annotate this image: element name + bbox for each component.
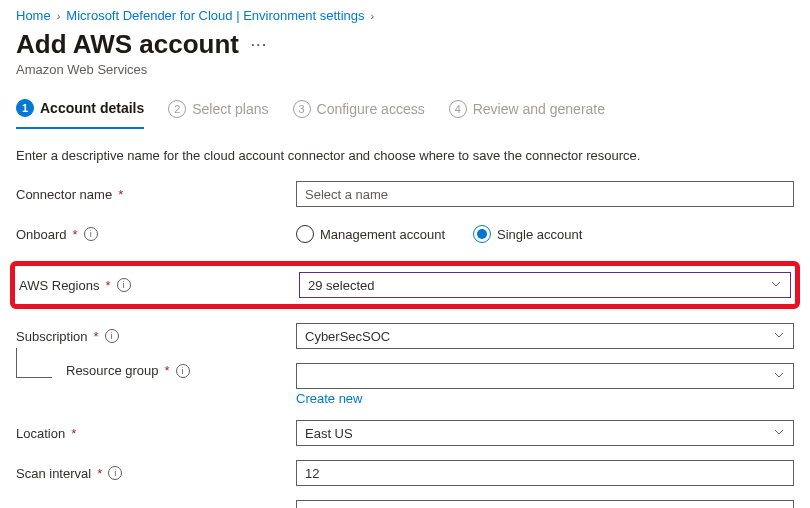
highlight-aws-regions: AWS Regions * i 29 selected: [10, 261, 800, 309]
intro-text: Enter a descriptive name for the cloud a…: [16, 148, 794, 163]
row-subscription: Subscription * i CyberSecSOC: [16, 323, 794, 349]
tab-label: Account details: [40, 100, 144, 116]
label-connector-name: Connector name: [16, 187, 112, 202]
aws-account-id-input[interactable]: [296, 500, 794, 508]
tab-configure-access[interactable]: 3 Configure access: [293, 93, 425, 129]
breadcrumb: Home › Microsoft Defender for Cloud | En…: [16, 8, 794, 23]
row-aws-regions: AWS Regions * i 29 selected: [19, 272, 791, 298]
tab-step-icon: 3: [293, 100, 311, 118]
scan-interval-input[interactable]: [296, 460, 794, 486]
breadcrumb-parent[interactable]: Microsoft Defender for Cloud | Environme…: [66, 8, 364, 23]
tab-step-icon: 2: [168, 100, 186, 118]
required-icon: *: [105, 278, 110, 293]
info-icon[interactable]: i: [84, 227, 98, 241]
info-icon[interactable]: i: [108, 466, 122, 480]
required-icon: *: [118, 187, 123, 202]
row-onboard: Onboard * i Management account Single ac…: [16, 221, 794, 247]
label-subscription: Subscription: [16, 329, 88, 344]
select-value: CyberSecSOC: [305, 329, 390, 344]
select-value: East US: [305, 426, 353, 441]
onboard-radio-group: Management account Single account: [296, 225, 794, 243]
connector-name-input[interactable]: [296, 181, 794, 207]
tab-step-icon: 4: [449, 100, 467, 118]
radio-management-account[interactable]: Management account: [296, 225, 445, 243]
label-location: Location: [16, 426, 65, 441]
row-location: Location * East US: [16, 420, 794, 446]
chevron-down-icon: [770, 278, 782, 293]
more-icon[interactable]: ···: [251, 37, 268, 52]
row-connector-name: Connector name *: [16, 181, 794, 207]
subscription-select[interactable]: CyberSecSOC: [296, 323, 794, 349]
info-icon[interactable]: i: [117, 278, 131, 292]
chevron-right-icon: ›: [371, 10, 375, 22]
radio-single-account[interactable]: Single account: [473, 225, 582, 243]
wizard-tabs: 1 Account details 2 Select plans 3 Confi…: [16, 93, 794, 130]
info-icon[interactable]: i: [105, 329, 119, 343]
label-scan-interval: Scan interval: [16, 466, 91, 481]
page-title: Add AWS account: [16, 29, 239, 60]
row-aws-account-id: AWS account Id *: [16, 500, 794, 508]
info-icon[interactable]: i: [176, 364, 190, 378]
radio-icon: [473, 225, 491, 243]
radio-label: Single account: [497, 227, 582, 242]
chevron-down-icon: [773, 329, 785, 344]
tab-step-icon: 1: [16, 99, 34, 117]
required-icon: *: [97, 466, 102, 481]
required-icon: *: [71, 426, 76, 441]
chevron-down-icon: [773, 426, 785, 441]
resource-group-select[interactable]: [296, 363, 794, 389]
row-resource-group: Resource group * i Create new: [16, 363, 794, 406]
chevron-right-icon: ›: [57, 10, 61, 22]
create-new-link[interactable]: Create new: [296, 391, 362, 406]
tab-review-generate[interactable]: 4 Review and generate: [449, 93, 605, 129]
radio-icon: [296, 225, 314, 243]
required-icon: *: [165, 363, 170, 378]
aws-regions-select[interactable]: 29 selected: [299, 272, 791, 298]
label-aws-regions: AWS Regions: [19, 278, 99, 293]
tab-account-details[interactable]: 1 Account details: [16, 93, 144, 129]
tab-label: Review and generate: [473, 101, 605, 117]
select-value: 29 selected: [308, 278, 375, 293]
label-resource-group: Resource group: [66, 363, 159, 378]
page-subtitle: Amazon Web Services: [16, 62, 794, 77]
required-icon: *: [73, 227, 78, 242]
location-select[interactable]: East US: [296, 420, 794, 446]
required-icon: *: [94, 329, 99, 344]
label-onboard: Onboard: [16, 227, 67, 242]
radio-label: Management account: [320, 227, 445, 242]
tab-label: Configure access: [317, 101, 425, 117]
breadcrumb-home[interactable]: Home: [16, 8, 51, 23]
tree-connector-icon: [16, 348, 52, 378]
tab-label: Select plans: [192, 101, 268, 117]
tab-select-plans[interactable]: 2 Select plans: [168, 93, 268, 129]
chevron-down-icon: [773, 369, 785, 384]
row-scan-interval: Scan interval * i: [16, 460, 794, 486]
